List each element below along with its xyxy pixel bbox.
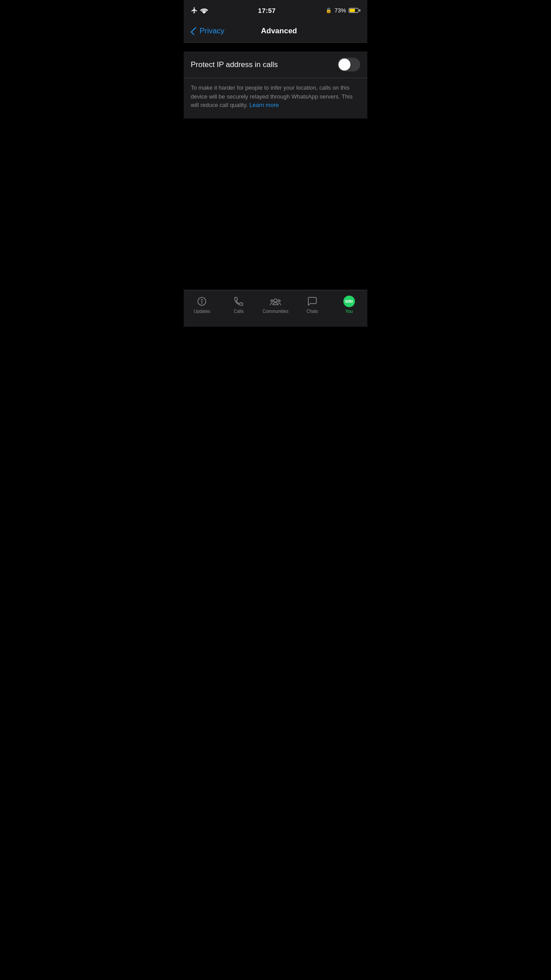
status-left-icons [191,7,208,14]
battery-icon [349,8,360,13]
chats-label: Chats [307,309,318,314]
updates-icon [196,296,208,307]
back-button[interactable]: Privacy [191,27,224,36]
time-display: 17:57 [258,7,276,14]
communities-icon [270,296,281,307]
tab-bar: Updates Calls Communities [184,290,367,327]
back-label: Privacy [200,27,224,36]
description-text: To make it harder for people to infer yo… [191,84,353,108]
tab-communities[interactable]: Communities [257,294,294,320]
airplane-icon [191,7,198,14]
tab-updates[interactable]: Updates [184,294,220,320]
battery-percentage: 73% [335,7,346,14]
svg-point-5 [278,300,280,302]
description-area: To make it harder for people to infer yo… [184,78,367,119]
status-bar: 17:57 🔒 73% [184,0,367,20]
page-title: Advanced [224,27,334,36]
nav-bar: Privacy Advanced [184,20,367,43]
you-label: You [345,309,353,314]
avatar: WBI [343,296,355,307]
protect-ip-row: Protect IP address in calls [184,51,367,78]
wifi-icon [200,7,208,13]
learn-more-link[interactable]: Learn more [249,102,279,108]
tab-you[interactable]: WBI You [331,294,367,320]
status-right: 🔒 73% [326,7,360,14]
svg-point-4 [271,300,273,302]
calls-label: Calls [234,309,244,314]
tab-chats[interactable]: Chats [294,294,331,320]
calls-icon [233,296,244,307]
communities-label: Communities [263,309,288,314]
protect-ip-label: Protect IP address in calls [191,60,278,69]
updates-label: Updates [194,309,210,314]
lock-icon: 🔒 [326,8,332,13]
protect-ip-toggle[interactable] [338,58,360,71]
chevron-left-icon [191,27,199,35]
tab-calls[interactable]: Calls [220,294,257,320]
toggle-knob [338,59,350,71]
svg-point-1 [201,299,203,300]
svg-point-3 [274,299,277,302]
settings-section: Protect IP address in calls To make it h… [184,51,367,119]
you-icon: WBI [343,296,355,307]
main-content [184,119,367,317]
chats-icon [307,296,318,307]
